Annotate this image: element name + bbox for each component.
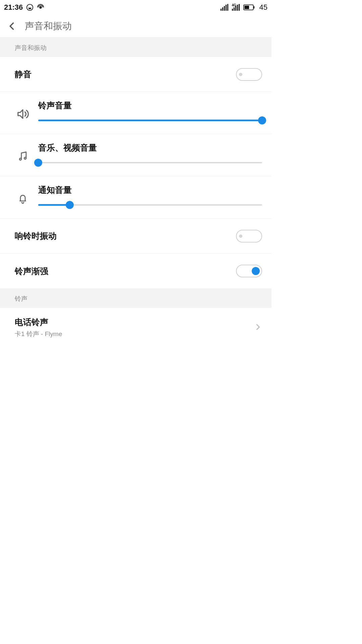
svg-rect-7 (232, 9, 233, 11)
svg-point-16 (19, 158, 21, 160)
section-header-sound: 声音和振动 (0, 38, 272, 57)
status-time: 21:36 (4, 3, 23, 12)
svg-point-1 (40, 6, 42, 8)
svg-rect-11 (239, 4, 240, 11)
row-vibrate-on-ring[interactable]: 响铃时振动 (0, 219, 272, 254)
toggle-ring-increase[interactable] (236, 265, 262, 277)
section-header-ringtone: 铃声 (0, 288, 272, 308)
svg-rect-8 (234, 7, 235, 11)
slider-media-volume[interactable] (38, 159, 262, 167)
svg-rect-13 (253, 6, 254, 9)
row-media-volume: 音乐、视频音量 (0, 134, 272, 176)
slider-thumb[interactable] (258, 116, 266, 124)
row-ring-volume-label: 铃声音量 (38, 100, 262, 111)
toggle-mute[interactable] (236, 68, 262, 81)
svg-point-17 (24, 157, 26, 159)
bell-icon (15, 191, 31, 207)
hotspot-icon (37, 4, 44, 11)
signal-icon (221, 4, 229, 11)
svg-rect-2 (221, 9, 222, 11)
status-battery: 45 (259, 3, 267, 12)
row-phone-ringtone[interactable]: 电话铃声 卡1 铃声 - Flyme (0, 308, 272, 347)
row-notif-volume-label: 通知音量 (38, 184, 262, 196)
slider-ring-volume[interactable] (38, 116, 262, 124)
slider-thumb[interactable] (34, 159, 42, 167)
toggle-vibrate-on-ring[interactable] (236, 230, 262, 243)
row-mute-label: 静音 (15, 69, 236, 80)
chevron-left-icon (7, 21, 17, 31)
battery-icon (243, 4, 255, 10)
row-ring-volume: 铃声音量 (0, 92, 272, 134)
page-title: 声音和振动 (25, 20, 72, 33)
signal-4g-icon: 4G (232, 4, 240, 11)
svg-rect-6 (227, 4, 228, 11)
row-vibrate-label: 响铃时振动 (15, 230, 236, 241)
row-ring-increase-label: 铃声渐强 (15, 266, 236, 277)
svg-rect-14 (244, 6, 249, 9)
slider-thumb[interactable] (66, 201, 74, 209)
svg-point-0 (27, 4, 33, 10)
svg-rect-10 (237, 5, 238, 11)
page-header: 声音和振动 (0, 15, 272, 38)
status-bar: 21:36 4G (0, 0, 272, 15)
slider-notif-volume[interactable] (38, 201, 262, 209)
row-media-volume-label: 音乐、视频音量 (38, 142, 262, 153)
volume-icon (15, 106, 31, 122)
chevron-right-icon (254, 323, 262, 332)
svg-rect-3 (222, 7, 223, 11)
row-mute[interactable]: 静音 (0, 57, 272, 92)
svg-rect-4 (224, 6, 225, 11)
row-phone-ringtone-sub: 卡1 铃声 - Flyme (15, 330, 254, 338)
back-button[interactable] (3, 17, 21, 36)
svg-rect-5 (226, 5, 227, 11)
svg-marker-15 (18, 110, 23, 118)
music-icon (15, 148, 31, 164)
row-phone-ringtone-label: 电话铃声 (15, 317, 254, 328)
row-ring-increase[interactable]: 铃声渐强 (0, 254, 272, 288)
row-notif-volume: 通知音量 (0, 176, 272, 219)
smile-icon (26, 4, 34, 11)
